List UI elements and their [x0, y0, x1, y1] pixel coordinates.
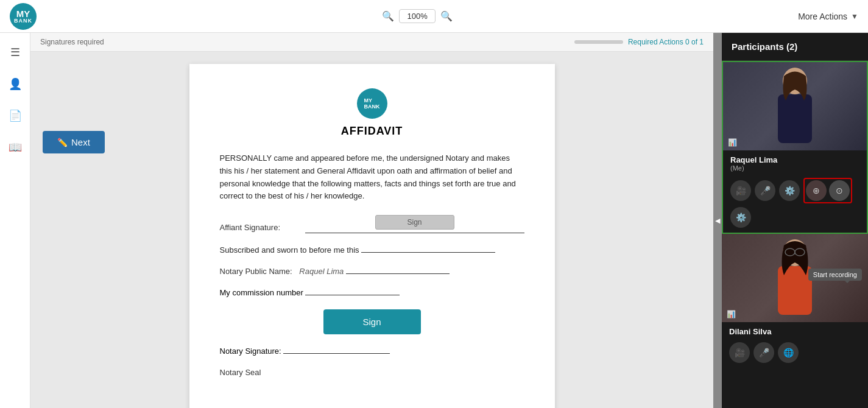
- notary-name-value: Raquel Lima: [299, 267, 344, 276]
- participants-panel: Participants (2) 📊 Raquel Lima: [722, 33, 868, 408]
- dilani-info: Dilani Silva: [722, 322, 868, 339]
- next-label: Next: [71, 137, 90, 147]
- sidebar-user-icon[interactable]: 👤: [5, 74, 25, 94]
- raquel-controls-row2: ⚙️: [723, 207, 867, 233]
- document-page: MYBANK AFFIDAVIT PERSONALLY came and app…: [189, 64, 555, 408]
- more-actions-label: More Actions: [798, 12, 847, 21]
- zoom-in-button[interactable]: 🔍: [440, 10, 453, 22]
- sidebar-book-icon[interactable]: 📖: [5, 138, 25, 157]
- recording-highlight-box: ⊕ ⊙: [803, 178, 852, 203]
- notary-name-field: Notary Public Name: Raquel Lima: [220, 267, 524, 276]
- affiant-sign-button[interactable]: Sign: [375, 215, 454, 230]
- participant-card-raquel: 📊 Raquel Lima (Me) Start recording 🎥 🎤 ⚙…: [722, 61, 868, 234]
- document-title: AFFIDAVIT: [220, 125, 524, 138]
- dilani-globe-button[interactable]: 🌐: [778, 342, 799, 363]
- raquel-gear2-button[interactable]: ⚙️: [730, 207, 751, 228]
- notary-seal: Notary Seal: [220, 368, 524, 377]
- raquel-more-button[interactable]: ⊙: [829, 180, 850, 201]
- zoom-controls: 🔍 100% 🔍: [382, 9, 453, 23]
- raquel-controls-container: Start recording 🎥 🎤 ⚙️ ⊕ ⊙ ⚙️: [723, 174, 867, 233]
- commission-line: [305, 295, 400, 295]
- affiant-signature-field: Affiant Signature: Sign: [220, 221, 524, 233]
- progress-bar: [574, 40, 623, 44]
- document-header: Signatures required Required Actions 0 o…: [30, 33, 713, 52]
- required-actions-link[interactable]: Required Actions 0 of 1: [628, 38, 704, 46]
- logo-circle: MY BANK: [10, 3, 37, 30]
- main-layout: ☰ 👤 📄 📖 Signatures required Required Act…: [0, 33, 868, 408]
- panel-header: Participants (2): [722, 33, 868, 61]
- subscribed-text: Subscribed and sworn to before me this: [220, 245, 524, 255]
- subscribed-label: Subscribed and sworn to before me this: [220, 245, 359, 255]
- zoom-value: 100%: [399, 9, 436, 23]
- next-button[interactable]: ✏️ Next: [43, 131, 105, 153]
- sidebar-document-icon[interactable]: 📄: [5, 106, 25, 125]
- document-body: PERSONALLY came and appeared before me, …: [220, 152, 524, 203]
- dilani-signal-icon: 📊: [727, 310, 736, 318]
- dilani-name: Dilani Silva: [729, 327, 861, 336]
- topbar: MY BANK 🔍 100% 🔍 More Actions ▼: [0, 0, 868, 33]
- document-container: Signatures required Required Actions 0 o…: [30, 33, 713, 408]
- notary-name-line: [346, 273, 450, 274]
- commission-label: My commission number: [220, 288, 303, 297]
- more-actions-button[interactable]: More Actions ▼: [798, 12, 858, 21]
- document-scroll[interactable]: ✏️ Next MYBANK AFFIDAVIT PERSONALLY came…: [30, 52, 713, 408]
- dilani-video-button[interactable]: 🎥: [729, 342, 750, 363]
- signatures-required-label: Signatures required: [40, 38, 104, 46]
- raquel-video: 📊: [723, 62, 867, 150]
- notary-signature-label: Notary Signature:: [220, 346, 281, 356]
- dilani-controls: 🎥 🎤 🌐: [722, 339, 868, 367]
- raquel-controls: 🎥 🎤 ⚙️ ⊕ ⊙: [723, 174, 867, 207]
- affiant-sig-line: Sign: [305, 221, 524, 233]
- raquel-signal-icon: 📊: [728, 138, 737, 147]
- svg-rect-1: [778, 94, 812, 143]
- raquel-settings-button[interactable]: ⚙️: [779, 180, 800, 201]
- logo-my: MY: [16, 9, 30, 18]
- sidebar-menu-icon[interactable]: ☰: [5, 43, 25, 62]
- chevron-down-icon: ▼: [851, 12, 858, 21]
- raquel-role: (Me): [730, 164, 859, 172]
- raquel-video-button[interactable]: 🎥: [730, 180, 751, 201]
- doc-logo-area: MYBANK: [220, 88, 524, 119]
- notary-sign-button[interactable]: Sign: [323, 309, 421, 334]
- raquel-silhouette: [771, 64, 819, 149]
- raquel-record-button[interactable]: ⊕: [806, 180, 827, 201]
- notary-sig-line: [283, 353, 390, 354]
- raquel-mic-button[interactable]: 🎤: [755, 180, 775, 201]
- middle-area: Signatures required Required Actions 0 o…: [30, 33, 722, 408]
- left-sidebar: ☰ 👤 📄 📖: [0, 33, 30, 408]
- dilani-silhouette: [771, 236, 819, 321]
- svg-rect-4: [778, 266, 812, 315]
- dilani-video-feed: [722, 234, 868, 322]
- logo: MY BANK: [10, 3, 37, 30]
- zoom-out-button[interactable]: 🔍: [382, 10, 394, 22]
- notary-signature-field: Notary Signature:: [220, 346, 524, 356]
- edit-icon: ✏️: [57, 138, 68, 147]
- participant-card-dilani: 📊 Dilani Silva 🎥 🎤 🌐: [722, 234, 868, 367]
- logo-bank: BANK: [14, 18, 32, 24]
- commission-field: My commission number: [220, 288, 524, 297]
- raquel-name: Raquel Lima: [730, 155, 859, 164]
- notary-public-label: Notary Public Name:: [220, 267, 292, 276]
- affiant-signature-label: Affiant Signature:: [220, 223, 305, 232]
- dilani-mic-button[interactable]: 🎤: [753, 342, 774, 363]
- panel-collapse-handle[interactable]: ◀: [713, 33, 722, 408]
- raquel-video-feed: [723, 62, 867, 150]
- dilani-video: 📊: [722, 234, 868, 322]
- doc-logo: MYBANK: [357, 88, 387, 119]
- raquel-info: Raquel Lima (Me): [723, 150, 867, 174]
- subscribed-line: [361, 252, 495, 253]
